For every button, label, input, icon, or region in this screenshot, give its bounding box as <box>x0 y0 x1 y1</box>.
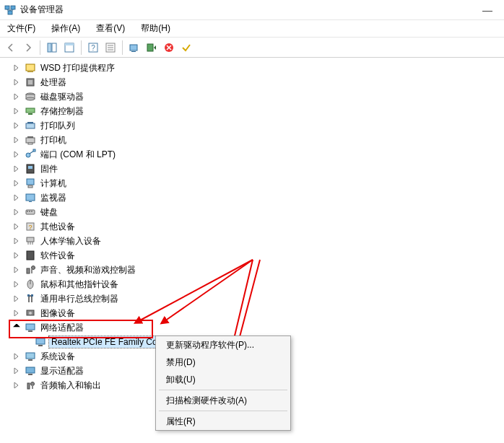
cm-uninstall[interactable]: 卸载(U) <box>156 371 290 388</box>
device-category-icon <box>25 380 36 391</box>
tree-node-label: 鼠标和其他指针设备 <box>39 277 120 291</box>
scan-hardware-button[interactable] <box>144 40 160 56</box>
window-title: 设备管理器 <box>20 4 64 16</box>
properties-button[interactable] <box>61 40 77 56</box>
menu-view[interactable]: 查看(V) <box>93 21 128 36</box>
tree-node[interactable]: 人体学输入设备 <box>0 234 504 248</box>
tree-node[interactable]: 打印机 <box>0 133 504 147</box>
expand-arrow-icon[interactable] <box>12 120 22 131</box>
cm-update-driver[interactable]: 更新驱动程序软件(P)... <box>156 336 290 354</box>
tree-node[interactable]: 声音、视频和游戏控制器 <box>0 263 504 277</box>
forward-button[interactable] <box>20 40 36 56</box>
tree-node[interactable]: 处理器 <box>0 75 504 89</box>
expand-arrow-icon[interactable] <box>12 265 22 275</box>
help-button[interactable]: ? <box>85 40 101 56</box>
device-category-icon <box>25 278 36 290</box>
svg-text:?: ? <box>28 224 32 231</box>
tree-node[interactable]: 通用串行总线控制器 <box>0 291 504 306</box>
tree-node[interactable]: 固件 <box>0 162 504 176</box>
svg-rect-15 <box>147 44 153 51</box>
expand-arrow-icon[interactable] <box>12 164 22 174</box>
minimize-button[interactable]: — <box>478 3 497 17</box>
svg-rect-27 <box>27 122 33 123</box>
device-category-icon <box>25 264 36 276</box>
expand-arrow-icon[interactable] <box>12 63 22 73</box>
device-category-icon <box>25 120 36 131</box>
show-hide-tree-button[interactable] <box>44 40 60 56</box>
uninstall-button[interactable] <box>161 40 177 56</box>
device-category-icon <box>25 149 36 160</box>
svg-rect-52 <box>27 294 30 297</box>
expand-arrow-icon[interactable] <box>12 222 22 232</box>
tree-node[interactable]: 图像设备 <box>0 306 504 320</box>
expand-arrow-icon[interactable] <box>12 279 22 289</box>
tree-node[interactable]: 打印队列 <box>0 118 504 133</box>
svg-rect-29 <box>27 136 33 138</box>
tree-node[interactable]: 计算机 <box>0 176 504 190</box>
device-category-icon <box>25 293 36 304</box>
expand-arrow-icon[interactable] <box>12 149 22 159</box>
expand-arrow-icon[interactable] <box>12 77 22 87</box>
expand-arrow-icon[interactable] <box>12 106 22 116</box>
device-category-icon <box>25 250 36 261</box>
tree-node-label: 固件 <box>39 162 59 176</box>
expand-arrow-icon[interactable] <box>12 92 22 102</box>
tree-node-label: 端口 (COM 和 LPT) <box>39 147 117 162</box>
expand-arrow-icon[interactable] <box>12 366 22 376</box>
device-category-icon <box>25 91 36 102</box>
svg-rect-37 <box>26 194 35 201</box>
menu-help[interactable]: 帮助(H) <box>138 21 173 36</box>
tree-node[interactable]: 存储控制器 <box>0 104 504 118</box>
collapse-arrow-icon[interactable] <box>12 323 22 333</box>
expand-arrow-icon[interactable] <box>12 207 22 217</box>
expand-arrow-icon[interactable] <box>12 178 22 188</box>
svg-rect-40 <box>27 211 28 212</box>
tree-node[interactable]: 网络适配器 <box>0 320 504 335</box>
view-details-button[interactable] <box>103 40 118 56</box>
menu-file[interactable]: 文件(F) <box>4 21 38 36</box>
tree-node-label: 其他设备 <box>39 219 77 234</box>
svg-rect-42 <box>31 211 32 212</box>
cm-properties[interactable]: 属性(R) <box>156 413 290 430</box>
expand-arrow-icon[interactable] <box>12 250 22 260</box>
svg-rect-13 <box>130 45 137 51</box>
svg-rect-3 <box>48 43 51 52</box>
tree-node[interactable]: 鼠标和其他指针设备 <box>0 277 504 291</box>
tree-node[interactable]: 键盘 <box>0 205 504 219</box>
expand-arrow-icon[interactable] <box>12 351 22 361</box>
svg-rect-41 <box>29 211 30 212</box>
device-category-icon <box>25 105 36 117</box>
tree-node[interactable]: 软件设备 <box>0 248 504 263</box>
svg-rect-53 <box>31 294 33 297</box>
svg-rect-25 <box>28 113 32 115</box>
tree-node-label: 音频输入和输出 <box>39 378 103 392</box>
svg-text:?: ? <box>91 44 95 52</box>
device-category-icon <box>25 76 36 88</box>
svg-rect-14 <box>131 51 136 52</box>
expand-arrow-icon[interactable] <box>12 236 22 246</box>
expand-arrow-icon[interactable] <box>12 294 22 304</box>
enable-device-button[interactable] <box>178 40 194 56</box>
tree-node[interactable]: 磁盘驱动器 <box>0 89 504 104</box>
expand-arrow-icon[interactable] <box>12 135 22 145</box>
device-category-icon <box>25 134 36 146</box>
menu-action[interactable]: 操作(A) <box>48 21 83 36</box>
tree-node-label: 声音、视频和游戏控制器 <box>39 263 137 277</box>
cm-scan-hardware[interactable]: 扫描检测硬件改动(A) <box>156 392 290 409</box>
svg-rect-34 <box>28 166 32 169</box>
tree-node[interactable]: 端口 (COM 和 LPT) <box>0 147 504 162</box>
app-icon <box>4 4 16 16</box>
svg-rect-1 <box>11 6 15 9</box>
expand-arrow-icon[interactable] <box>12 193 22 203</box>
tree-node[interactable]: 监视器 <box>0 190 504 205</box>
tree-node[interactable]: ?其他设备 <box>0 219 504 234</box>
update-driver-button[interactable] <box>126 40 142 56</box>
expand-arrow-icon[interactable] <box>12 380 22 390</box>
tree-node-label: 存储控制器 <box>39 104 85 118</box>
tree-node[interactable]: WSD 打印提供程序 <box>0 61 504 75</box>
svg-rect-28 <box>26 138 35 143</box>
svg-rect-6 <box>65 43 74 45</box>
expand-arrow-icon[interactable] <box>12 308 22 318</box>
back-button[interactable] <box>3 40 19 56</box>
cm-disable[interactable]: 禁用(D) <box>156 354 290 371</box>
